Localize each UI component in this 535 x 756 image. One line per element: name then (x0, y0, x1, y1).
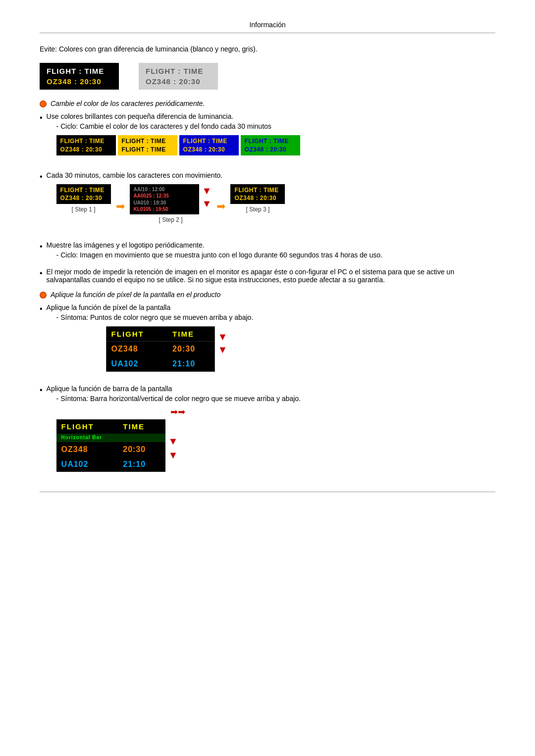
large-flight-container: FLIGHT TIME OZ348 20:30 UA102 21:10 (106, 326, 495, 372)
step2-r2: UA010 : 19:30 (134, 200, 166, 205)
step2-box: AA/10 : 12:00 AA0025 : 12:35 UA010 : 19:… (130, 184, 199, 214)
bullet-item-4: • Muestre las imágenes y el logotipo per… (40, 241, 495, 263)
step3-r1: FLIGHT : TIME (234, 187, 281, 194)
bf-subheader-row: Horizontal Bar (56, 434, 165, 442)
bullet8-content: Aplique la función de barra de la pantal… (47, 385, 495, 472)
orange-bullet-icon-2 (40, 292, 47, 299)
cycle-box-3-r2: OZ348 : 20:30 (183, 146, 235, 153)
bullet5-text: El mejor modo de impedir la retención de… (47, 268, 454, 284)
cycle2-label: - Ciclo: Imagen en movimiento que se mue… (56, 251, 495, 259)
symptom2-label: - Síntoma: Barra horizontal/vertical de … (56, 395, 495, 403)
bullet-item-5: • El mejor modo de impedir la retención … (40, 268, 495, 284)
bullet7-text: Aplique la función de píxel de la pantal… (47, 303, 171, 311)
bullet8-text: Aplique la función de barra de la pantal… (47, 385, 172, 393)
cycle-box-3: FLIGHT : TIME OZ348 : 20:30 (179, 135, 239, 155)
dark-box-row1: FLIGHT : TIME (47, 67, 112, 75)
gray-flight-box: FLIGHT : TIME OZ348 : 20:30 (139, 63, 218, 90)
bullet-item-6: Aplique la función de píxel de la pantal… (40, 291, 495, 299)
cycle-box-4: FLIGHT : TIME OZ348 : 20:30 (241, 135, 300, 155)
bullet4-text: Muestre las imágenes y el logotipo perió… (47, 241, 205, 249)
down-arrow-2: ▼ (202, 197, 212, 210)
step2-r2-moving: KL0105 : 19:50 (134, 206, 195, 212)
down-arrow-1: ▼ (202, 184, 212, 197)
bar-display-wrapper: ➡ ➡ FLIGHT TIME Horizontal Bar (56, 406, 495, 472)
dark-flight-box: FLIGHT : TIME OZ348 : 20:30 (40, 63, 119, 90)
symptom1-label: - Síntoma: Puntos de color negro que se … (56, 313, 495, 321)
bullet-dot-4: • (40, 242, 43, 251)
step3-r2: OZ348 : 20:30 (234, 195, 281, 202)
bullet-item-3: • Cada 30 minutos, cambie los caracteres… (40, 171, 495, 231)
bar-arrow-right-1: ➡ (170, 406, 178, 417)
cycle-box-1: FLIGHT : TIME OZ348 : 20:30 (56, 135, 116, 155)
intro-text: Evite: Colores con gran diferencia de lu… (40, 45, 495, 53)
gray-box-row1: FLIGHT : TIME (146, 67, 211, 75)
large-flight-table: FLIGHT TIME OZ348 20:30 UA102 21:10 (107, 327, 214, 371)
down-arrows: ▼ ▼ (202, 184, 212, 210)
large-flight-box: FLIGHT TIME OZ348 20:30 UA102 21:10 (106, 326, 215, 372)
step1-box: FLIGHT : TIME OZ348 : 20:30 (56, 184, 111, 204)
orange-bullet-icon (40, 101, 47, 107)
step2-container: AA/10 : 12:00 AA0025 : 12:35 UA010 : 19:… (130, 184, 212, 223)
bar-flight-table: FLIGHT TIME Horizontal Bar OZ348 20:30 (56, 419, 165, 472)
bullet-dot-2: • (40, 113, 43, 122)
bullet-dot-5: • (40, 269, 43, 278)
bar-arrow-right-2: ➡ (178, 406, 185, 417)
bar-arrows-top: ➡ ➡ (170, 406, 185, 417)
bar-flight-box: FLIGHT TIME Horizontal Bar OZ348 20:30 (56, 419, 165, 472)
page-container: Información Evite: Colores con gran dife… (0, 0, 535, 526)
intro-section: Evite: Colores con gran diferencia de lu… (40, 45, 495, 90)
page-header: Información (40, 15, 495, 33)
step1-label: [ Step 1 ] (72, 206, 96, 213)
bullet6-text: Aplique la función de píxel de la pantal… (51, 291, 220, 299)
pixel-down-arrows: ▼ ▼ (218, 326, 228, 372)
bullet-dot-7: • (40, 304, 43, 313)
lf-row1: OZ348 20:30 (107, 342, 214, 357)
lf-header-col2: TIME (167, 327, 214, 342)
bar-down-arrow-2: ▼ (168, 448, 178, 462)
step3-container: FLIGHT : TIME OZ348 : 20:30 [ Step 3 ] (230, 184, 285, 213)
bf-header-col2: TIME (118, 419, 165, 434)
step1-container: FLIGHT : TIME OZ348 : 20:30 [ Step 1 ] (56, 184, 111, 213)
gray-box-row2: OZ348 : 20:30 (146, 77, 211, 86)
bullet6-content: Aplique la función de píxel de la pantal… (51, 291, 495, 299)
page-title: Información (249, 21, 285, 29)
lf-row2: UA102 21:10 (107, 356, 214, 371)
bullet-dot-3: • (40, 172, 43, 181)
page-footer (40, 492, 495, 496)
comparison-row: FLIGHT : TIME OZ348 : 20:30 FLIGHT : TIM… (40, 63, 495, 90)
dark-box-row2: OZ348 : 20:30 (47, 77, 112, 86)
arrow-icon-1: ➡ (116, 200, 125, 213)
lf-row1-col1: OZ348 (107, 342, 168, 357)
cycle-box-2-r2: FLIGHT : TIME (122, 146, 173, 153)
bullet1-content: Cambie el color de los caracteres periód… (51, 100, 495, 107)
bullet4-content: Muestre las imágenes y el logotipo perió… (47, 241, 495, 263)
step3-box: FLIGHT : TIME OZ348 : 20:30 (230, 184, 285, 204)
bf-row2-col2: 21:10 (118, 457, 165, 472)
bf-header-col1: FLIGHT (56, 419, 118, 434)
bf-row1: OZ348 20:30 (56, 442, 165, 457)
step1-r2: OZ348 : 20:30 (60, 195, 107, 202)
bullet-item-8: • Aplique la función de barra de la pant… (40, 385, 495, 472)
arrow-icon-2: ➡ (216, 200, 225, 213)
bullet1-text: Cambie el color de los caracteres periód… (51, 100, 205, 107)
step3-label: [ Step 3 ] (246, 206, 269, 213)
step2-r1-moving: AA0025 : 12:35 (134, 193, 195, 199)
bullet-item-1: Cambie el color de los caracteres periód… (40, 100, 495, 107)
bf-row2-col1: UA102 (56, 457, 118, 472)
cycle-box-1-r2: OZ348 : 20:30 (60, 146, 112, 153)
bf-subheader-text: Horizontal Bar (56, 434, 165, 442)
cycle-boxes-row: FLIGHT : TIME OZ348 : 20:30 FLIGHT : TIM… (56, 135, 495, 155)
bar-down-arrows: ▼ ▼ (168, 419, 178, 462)
bf-row1-col1: OZ348 (56, 442, 118, 457)
lf-row1-col2: 20:30 (167, 342, 214, 357)
step2-r1: AA/10 : 12:00 (134, 187, 165, 192)
step2-label: [ Step 2 ] (159, 216, 182, 223)
cycle-box-2: FLIGHT : TIME FLIGHT : TIME (118, 135, 177, 155)
bullet-item-2: • Use colores brillantes con pequeña dif… (40, 112, 495, 163)
step1-r1: FLIGHT : TIME (60, 187, 107, 194)
pixel-down-arrow-2: ▼ (218, 343, 228, 356)
bullet7-content: Aplique la función de píxel de la pantal… (47, 303, 495, 380)
bullet2-text: Use colores brillantes con pequeña difer… (47, 112, 233, 120)
bullet-item-7: • Aplique la función de píxel de la pant… (40, 303, 495, 380)
cycle-label: - Ciclo: Cambie el color de los caracter… (56, 122, 495, 130)
